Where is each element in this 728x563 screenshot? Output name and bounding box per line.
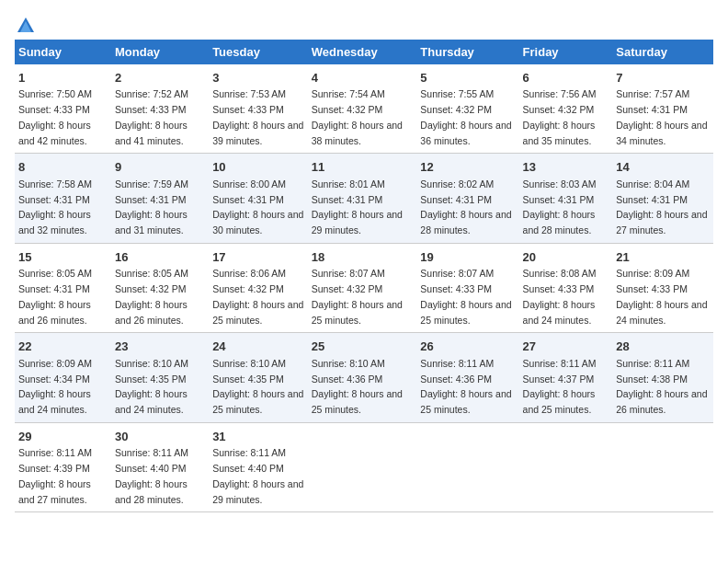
sunset-text: Sunset: 4:37 PM xyxy=(523,373,595,385)
sunrise-text: Sunrise: 8:09 AM xyxy=(616,268,689,279)
calendar-day-4: 4 Sunrise: 7:54 AM Sunset: 4:32 PM Dayli… xyxy=(308,64,417,154)
sunset-text: Sunset: 4:33 PM xyxy=(212,104,284,115)
sunrise-text: Sunrise: 8:07 AM xyxy=(312,268,385,279)
day-number: 9 xyxy=(115,158,205,177)
day-number: 18 xyxy=(312,248,414,267)
day-number: 7 xyxy=(616,69,710,87)
sunrise-text: Sunrise: 8:11 AM xyxy=(420,358,494,369)
sunrise-text: Sunrise: 8:00 AM xyxy=(212,178,286,190)
sunrise-text: Sunrise: 8:11 AM xyxy=(115,447,188,458)
day-number: 17 xyxy=(212,248,304,267)
sunrise-text: Sunrise: 8:06 AM xyxy=(212,268,286,279)
day-number: 3 xyxy=(212,69,304,87)
daylight-text: Daylight: 8 hours and 41 minutes. xyxy=(115,120,188,146)
sunrise-text: Sunrise: 8:02 AM xyxy=(420,178,494,190)
calendar-day-6: 6 Sunrise: 7:56 AM Sunset: 4:32 PM Dayli… xyxy=(519,64,613,154)
day-number: 27 xyxy=(523,338,609,356)
daylight-text: Daylight: 8 hours and 24 minutes. xyxy=(523,299,596,326)
calendar-week-5: 29 Sunrise: 8:11 AM Sunset: 4:39 PM Dayl… xyxy=(15,422,713,512)
daylight-text: Daylight: 8 hours and 26 minutes. xyxy=(115,299,188,326)
sunrise-text: Sunrise: 8:07 AM xyxy=(420,268,494,279)
daylight-text: Daylight: 8 hours and 42 minutes. xyxy=(18,120,91,146)
page-header xyxy=(15,15,713,32)
sunset-text: Sunset: 4:31 PM xyxy=(18,283,90,294)
day-number: 2 xyxy=(115,69,205,87)
calendar-day-2: 2 Sunrise: 7:52 AM Sunset: 4:33 PM Dayli… xyxy=(111,64,209,154)
calendar-day-empty xyxy=(612,422,713,512)
calendar-day-16: 16 Sunrise: 8:05 AM Sunset: 4:32 PM Dayl… xyxy=(111,243,209,333)
calendar-week-3: 15 Sunrise: 8:05 AM Sunset: 4:31 PM Dayl… xyxy=(15,243,713,333)
calendar-day-29: 29 Sunrise: 8:11 AM Sunset: 4:39 PM Dayl… xyxy=(15,422,111,512)
sunset-text: Sunset: 4:33 PM xyxy=(616,283,688,294)
sunset-text: Sunset: 4:32 PM xyxy=(523,104,595,115)
calendar-table: SundayMondayTuesdayWednesdayThursdayFrid… xyxy=(15,40,713,513)
sunset-text: Sunset: 4:33 PM xyxy=(523,283,595,294)
sunset-text: Sunset: 4:33 PM xyxy=(115,104,187,115)
sunrise-text: Sunrise: 8:05 AM xyxy=(115,268,188,279)
logo-text xyxy=(15,15,36,36)
day-number: 4 xyxy=(312,69,414,87)
calendar-day-27: 27 Sunrise: 8:11 AM Sunset: 4:37 PM Dayl… xyxy=(519,333,613,423)
day-number: 20 xyxy=(523,248,609,267)
day-number: 14 xyxy=(616,158,710,177)
daylight-text: Daylight: 8 hours and 26 minutes. xyxy=(18,299,91,326)
column-header-tuesday: Tuesday xyxy=(209,40,308,64)
daylight-text: Daylight: 8 hours and 36 minutes. xyxy=(420,120,511,146)
calendar-day-21: 21 Sunrise: 8:09 AM Sunset: 4:33 PM Dayl… xyxy=(612,243,713,333)
sunset-text: Sunset: 4:31 PM xyxy=(616,104,688,115)
sunrise-text: Sunrise: 8:04 AM xyxy=(616,178,689,190)
sunrise-text: Sunrise: 8:08 AM xyxy=(523,268,597,279)
sunset-text: Sunset: 4:36 PM xyxy=(312,373,383,385)
sunset-text: Sunset: 4:32 PM xyxy=(420,104,492,115)
calendar-day-empty xyxy=(519,422,613,512)
sunset-text: Sunset: 4:31 PM xyxy=(420,194,492,205)
day-number: 6 xyxy=(523,69,609,87)
calendar-week-1: 1 Sunrise: 7:50 AM Sunset: 4:33 PM Dayli… xyxy=(15,64,713,154)
daylight-text: Daylight: 8 hours and 34 minutes. xyxy=(616,120,707,146)
sunrise-text: Sunrise: 8:10 AM xyxy=(115,358,188,369)
calendar-day-10: 10 Sunrise: 8:00 AM Sunset: 4:31 PM Dayl… xyxy=(209,154,308,244)
sunset-text: Sunset: 4:40 PM xyxy=(212,463,284,474)
sunrise-text: Sunrise: 8:10 AM xyxy=(212,358,286,369)
daylight-text: Daylight: 8 hours and 24 minutes. xyxy=(18,388,91,415)
column-header-wednesday: Wednesday xyxy=(308,40,417,64)
sunset-text: Sunset: 4:40 PM xyxy=(115,463,187,474)
sunrise-text: Sunrise: 7:53 AM xyxy=(212,88,286,99)
calendar-day-22: 22 Sunrise: 8:09 AM Sunset: 4:34 PM Dayl… xyxy=(15,333,111,423)
daylight-text: Daylight: 8 hours and 29 minutes. xyxy=(212,478,303,505)
sunset-text: Sunset: 4:31 PM xyxy=(616,194,688,205)
daylight-text: Daylight: 8 hours and 25 minutes. xyxy=(312,299,403,326)
daylight-text: Daylight: 8 hours and 27 minutes. xyxy=(18,478,91,505)
calendar-day-24: 24 Sunrise: 8:10 AM Sunset: 4:35 PM Dayl… xyxy=(209,333,308,423)
calendar-day-empty xyxy=(416,422,518,512)
daylight-text: Daylight: 8 hours and 27 minutes. xyxy=(616,209,707,236)
calendar-day-23: 23 Sunrise: 8:10 AM Sunset: 4:35 PM Dayl… xyxy=(111,333,209,423)
calendar-day-1: 1 Sunrise: 7:50 AM Sunset: 4:33 PM Dayli… xyxy=(15,64,111,154)
column-header-saturday: Saturday xyxy=(612,40,713,64)
daylight-text: Daylight: 8 hours and 35 minutes. xyxy=(523,120,596,146)
sunset-text: Sunset: 4:32 PM xyxy=(212,283,284,294)
day-number: 30 xyxy=(115,428,205,446)
day-number: 21 xyxy=(616,248,710,267)
day-number: 31 xyxy=(212,428,304,446)
daylight-text: Daylight: 8 hours and 28 minutes. xyxy=(115,478,188,505)
sunrise-text: Sunrise: 8:10 AM xyxy=(312,358,385,369)
daylight-text: Daylight: 8 hours and 28 minutes. xyxy=(523,209,596,236)
daylight-text: Daylight: 8 hours and 24 minutes. xyxy=(115,388,188,415)
calendar-day-8: 8 Sunrise: 7:58 AM Sunset: 4:31 PM Dayli… xyxy=(15,154,111,244)
daylight-text: Daylight: 8 hours and 25 minutes. xyxy=(312,388,403,415)
daylight-text: Daylight: 8 hours and 30 minutes. xyxy=(212,209,303,236)
day-number: 11 xyxy=(312,158,414,177)
calendar-day-18: 18 Sunrise: 8:07 AM Sunset: 4:32 PM Dayl… xyxy=(308,243,417,333)
calendar-day-3: 3 Sunrise: 7:53 AM Sunset: 4:33 PM Dayli… xyxy=(209,64,308,154)
sunset-text: Sunset: 4:38 PM xyxy=(616,373,688,385)
sunset-text: Sunset: 4:33 PM xyxy=(420,283,492,294)
day-number: 8 xyxy=(18,158,108,177)
calendar-day-14: 14 Sunrise: 8:04 AM Sunset: 4:31 PM Dayl… xyxy=(612,154,713,244)
sunset-text: Sunset: 4:32 PM xyxy=(115,283,187,294)
day-number: 5 xyxy=(420,69,515,87)
sunset-text: Sunset: 4:35 PM xyxy=(212,373,284,385)
daylight-text: Daylight: 8 hours and 39 minutes. xyxy=(212,120,303,146)
sunrise-text: Sunrise: 8:03 AM xyxy=(523,178,597,190)
sunrise-text: Sunrise: 7:56 AM xyxy=(523,88,597,99)
